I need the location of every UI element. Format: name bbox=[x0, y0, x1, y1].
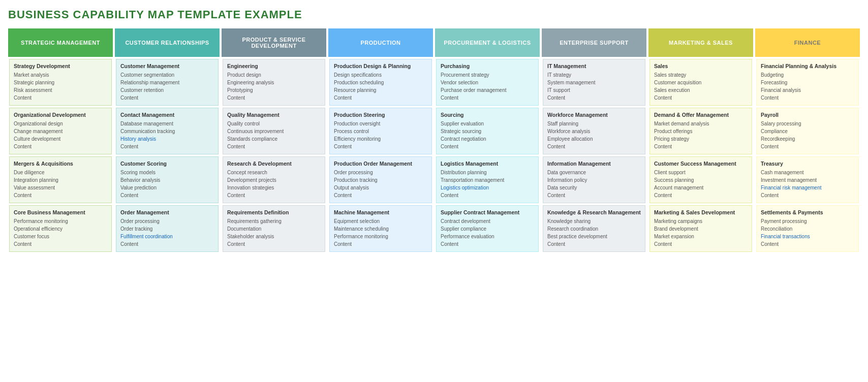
card-title-strategic-2: Mergers & Acquisitions bbox=[14, 161, 107, 167]
card-title-procurement-0: Purchasing bbox=[441, 63, 534, 69]
card-item-finance-3-2[interactable]: Financial transactions bbox=[761, 233, 854, 240]
card-procurement-3: Supplier Contract ManagementContract dev… bbox=[436, 205, 539, 252]
card-item-marketing-1-2: Pricing strategy bbox=[654, 135, 748, 143]
column-finance: FINANCEFinancial Planning & AnalysisBudg… bbox=[755, 28, 860, 254]
column-enterprise: ENTERPRISE SUPPORTIT ManagementIT strate… bbox=[542, 28, 646, 254]
card-title-customer-2: Customer Scoring bbox=[120, 161, 214, 167]
card-marketing-3: Marketing & Sales DevelopmentMarketing c… bbox=[649, 205, 752, 252]
card-product-1: Quality ManagementQuality controlContinu… bbox=[223, 108, 325, 154]
card-item-procurement-1-3: Content bbox=[441, 143, 534, 150]
card-item-product-2-2: Innovation strategies bbox=[227, 184, 321, 192]
card-item-strategic-3-0: Performance monitoring bbox=[14, 217, 107, 225]
card-title-strategic-1: Organizational Development bbox=[14, 112, 107, 118]
card-item-enterprise-3-0: Knowledge sharing bbox=[547, 217, 641, 225]
card-item-customer-1-2[interactable]: History analysis bbox=[120, 135, 214, 143]
card-item-customer-3-3: Content bbox=[120, 240, 214, 248]
card-item-production-0-3: Content bbox=[334, 94, 427, 102]
card-item-finance-0-0: Budgeting bbox=[761, 71, 854, 79]
card-item-customer-2-3: Content bbox=[120, 192, 214, 199]
card-title-marketing-3: Marketing & Sales Development bbox=[654, 209, 748, 215]
card-item-customer-0-2: Customer retention bbox=[120, 86, 214, 94]
card-item-finance-1-1: Compliance bbox=[761, 128, 854, 135]
card-title-product-1: Quality Management bbox=[227, 112, 321, 118]
card-title-procurement-1: Sourcing bbox=[441, 112, 534, 118]
card-item-product-3-1: Documentation bbox=[227, 225, 321, 233]
card-item-enterprise-3-3: Content bbox=[547, 240, 641, 248]
card-item-finance-1-0: Salary processing bbox=[761, 120, 854, 128]
col-header-product: PRODUCT & SERVICE DEVELOPMENT bbox=[222, 28, 326, 57]
card-title-enterprise-0: IT Management bbox=[547, 63, 641, 69]
column-customer: CUSTOMER RELATIONSHIPSCustomer Managemen… bbox=[115, 28, 220, 254]
card-item-procurement-3-2: Performance evaluation bbox=[441, 233, 534, 240]
card-item-production-2-0: Order processing bbox=[334, 169, 427, 176]
card-finance-2: TreasuryCash managementInvestment manage… bbox=[756, 156, 859, 203]
card-enterprise-3: Knowledge & Research ManagementKnowledge… bbox=[543, 205, 645, 252]
card-item-marketing-2-2: Account management bbox=[654, 184, 748, 192]
card-item-customer-1-1: Communication tracking bbox=[120, 128, 214, 135]
card-title-strategic-0: Strategy Development bbox=[14, 63, 107, 69]
card-item-product-1-1: Continuous improvement bbox=[227, 128, 321, 135]
card-production-1: Production SteeringProduction oversightP… bbox=[329, 108, 432, 154]
card-item-marketing-0-1: Customer acquisition bbox=[654, 79, 748, 86]
card-item-production-3-2: Performance monitoring bbox=[334, 233, 427, 240]
card-item-enterprise-1-1: Workforce analysis bbox=[547, 128, 641, 135]
card-customer-3: Order ManagementOrder processingOrder tr… bbox=[116, 205, 219, 252]
card-procurement-0: PurchasingProcurement strategyVendor sel… bbox=[436, 59, 539, 106]
card-item-customer-3-1: Order tracking bbox=[120, 225, 214, 233]
card-item-marketing-2-3: Content bbox=[654, 192, 748, 199]
card-item-procurement-2-2[interactable]: Logistics optimization bbox=[441, 184, 534, 192]
card-item-customer-2-1: Behavior analysis bbox=[120, 176, 214, 184]
card-item-procurement-2-3: Content bbox=[441, 192, 534, 199]
card-production-0: Production Design & PlanningDesign speci… bbox=[329, 59, 432, 106]
column-product: PRODUCT & SERVICE DEVELOPMENTEngineering… bbox=[222, 28, 326, 254]
card-item-enterprise-0-0: IT strategy bbox=[547, 71, 641, 79]
card-item-product-3-3: Content bbox=[227, 240, 321, 248]
card-production-2: Production Order ManagementOrder process… bbox=[329, 156, 432, 203]
card-item-customer-3-2[interactable]: Fulfillment coordination bbox=[120, 233, 214, 240]
card-title-product-2: Research & Development bbox=[227, 161, 321, 167]
card-item-customer-3-0: Order processing bbox=[120, 217, 214, 225]
card-item-enterprise-2-1: Information policy bbox=[547, 176, 641, 184]
card-title-customer-0: Customer Management bbox=[120, 63, 214, 69]
card-item-product-0-0: Product design bbox=[227, 71, 321, 79]
card-item-marketing-0-3: Content bbox=[654, 94, 748, 102]
card-title-customer-3: Order Management bbox=[120, 209, 214, 215]
card-title-enterprise-2: Information Management bbox=[547, 161, 641, 167]
card-item-strategic-2-0: Due diligence bbox=[14, 169, 107, 176]
card-strategic-1: Organizational DevelopmentOrganizational… bbox=[9, 108, 112, 154]
card-item-product-1-3: Content bbox=[227, 143, 321, 150]
card-item-customer-2-2: Value prediction bbox=[120, 184, 214, 192]
card-finance-3: Settlements & PaymentsPayment processing… bbox=[756, 205, 859, 252]
card-item-strategic-0-2: Risk assessment bbox=[14, 86, 107, 94]
card-item-product-0-2: Prototyping bbox=[227, 86, 321, 94]
card-title-product-0: Engineering bbox=[227, 63, 321, 69]
card-item-enterprise-3-1: Research coordination bbox=[547, 225, 641, 233]
card-item-production-1-1: Process control bbox=[334, 128, 427, 135]
col-header-production: PRODUCTION bbox=[328, 28, 433, 57]
card-item-product-3-0: Requirements gathering bbox=[227, 217, 321, 225]
card-title-production-3: Machine Management bbox=[334, 209, 427, 215]
card-customer-1: Contact ManagementDatabase managementCom… bbox=[116, 108, 219, 154]
card-item-product-1-2: Standards compliance bbox=[227, 135, 321, 143]
card-item-finance-2-1: Investment management bbox=[761, 176, 854, 184]
card-item-marketing-1-1: Product offerings bbox=[654, 128, 748, 135]
column-strategic: STRATEGIC MANAGEMENTStrategy Development… bbox=[8, 28, 113, 254]
card-title-marketing-1: Demand & Offer Management bbox=[654, 112, 748, 118]
card-item-finance-1-3: Content bbox=[761, 143, 854, 150]
card-item-finance-3-0: Payment processing bbox=[761, 217, 854, 225]
card-item-production-3-0: Equipment selection bbox=[334, 217, 427, 225]
card-item-marketing-1-3: Content bbox=[654, 143, 748, 150]
card-marketing-0: SalesSales strategyCustomer acquisitionS… bbox=[649, 59, 752, 106]
card-item-procurement-1-0: Supplier evaluation bbox=[441, 120, 534, 128]
cards-area-product: EngineeringProduct designEngineering ana… bbox=[222, 57, 326, 254]
card-item-marketing-2-0: Client support bbox=[654, 169, 748, 176]
cards-area-customer: Customer ManagementCustomer segmentation… bbox=[115, 57, 220, 254]
card-item-enterprise-0-2: IT support bbox=[547, 86, 641, 94]
column-marketing: MARKETING & SALESSalesSales strategyCust… bbox=[648, 28, 753, 254]
card-item-strategic-1-0: Organizational design bbox=[14, 120, 107, 128]
card-item-product-3-2: Stakeholder analysis bbox=[227, 233, 321, 240]
card-finance-1: PayrollSalary processingComplianceRecord… bbox=[756, 108, 859, 154]
card-enterprise-1: Workforce ManagementStaff planningWorkfo… bbox=[543, 108, 645, 154]
card-item-procurement-0-2: Purchase order management bbox=[441, 86, 534, 94]
card-item-finance-2-2[interactable]: Financial risk management bbox=[761, 184, 854, 192]
